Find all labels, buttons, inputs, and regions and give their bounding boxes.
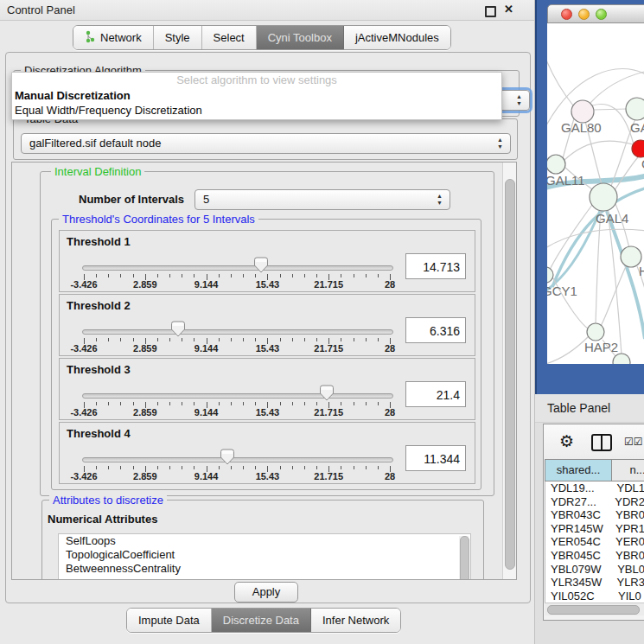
slider-thumb[interactable] <box>220 449 234 465</box>
tick-label: 15.43 <box>248 279 286 290</box>
tick-mark <box>219 338 220 341</box>
network-node-hap2[interactable] <box>587 323 604 341</box>
horizontal-scrollbar[interactable] <box>545 603 644 615</box>
network-edge[interactable] <box>601 265 627 326</box>
column-header-1[interactable]: shared... <box>545 459 612 481</box>
node-label: GAL80 <box>561 120 602 135</box>
attribute-list-item[interactable]: SelfLoops <box>59 534 470 548</box>
list-scrollbar[interactable] <box>459 536 469 580</box>
tick-mark <box>182 338 182 341</box>
algorithm-menu-item[interactable]: Manual Discretization <box>12 88 501 103</box>
scrollbar-thumb[interactable] <box>460 536 469 580</box>
cell-shared-name: YBR043C <box>545 508 610 522</box>
tab-network[interactable]: Network <box>73 26 154 49</box>
tick-mark <box>341 274 341 277</box>
table-row[interactable]: YBR043CYBR0 <box>545 508 644 522</box>
tab-impute-data[interactable]: Impute Data <box>127 609 212 632</box>
network-node-gal11[interactable] <box>547 155 565 174</box>
node-label: GA <box>630 120 644 135</box>
slider-thumb[interactable] <box>254 257 268 273</box>
scrollbar-thumb[interactable] <box>547 605 640 615</box>
zoom-traffic-light-icon[interactable] <box>596 9 607 20</box>
network-node-ga[interactable] <box>626 98 644 120</box>
cell-shared-name: YLR345W <box>545 576 611 590</box>
slider-track[interactable] <box>82 265 393 271</box>
tick-mark <box>255 338 256 341</box>
network-node-c[interactable] <box>632 140 644 157</box>
slider-track[interactable] <box>82 457 393 462</box>
network-edge[interactable] <box>594 109 627 110</box>
network-edge[interactable] <box>564 141 633 160</box>
tab-label: Discretize Data <box>223 614 299 627</box>
tick-mark <box>96 466 97 469</box>
algorithm-menu-item[interactable]: Equal Width/Frequency Discretization <box>12 103 501 118</box>
table-row[interactable]: YPR145WYPR1 <box>545 522 644 536</box>
interval-definition-group: Interval Definition Number of Intervals … <box>40 171 494 496</box>
slider-track[interactable] <box>82 329 393 335</box>
table-row[interactable]: YER054CYER0 <box>545 535 644 549</box>
table-row[interactable]: YDL19...YDL1 <box>545 481 644 495</box>
column-header-2[interactable]: n... <box>612 459 644 481</box>
network-node[interactable] <box>613 354 630 364</box>
checkboxes-icon[interactable]: ☑☑ <box>624 436 643 448</box>
minimize-traffic-light-icon[interactable] <box>578 9 590 20</box>
table-data-combo[interactable]: galFiltered.sif default node ▲▼ <box>21 133 511 154</box>
network-node-gal4[interactable] <box>590 183 617 211</box>
table-row[interactable]: YLR345WYLR3 <box>545 576 644 590</box>
table-row[interactable]: YBR045CYBR0 <box>545 549 644 563</box>
tab-label: Network <box>100 31 142 44</box>
cell-shared-name: YER054C <box>545 535 610 549</box>
tab-select[interactable]: Select <box>202 26 257 49</box>
tab-infer-network[interactable]: Infer Network <box>311 609 400 632</box>
slider-thumb[interactable] <box>171 321 185 337</box>
tab-jactivemnodules[interactable]: jActiveMNodules <box>344 26 450 49</box>
tab-cyni-toolbox[interactable]: Cyni Toolbox <box>257 26 344 49</box>
network-edge[interactable] <box>615 157 638 190</box>
threshold-value-field[interactable]: 6.316 <box>405 317 466 343</box>
float-window-icon[interactable] <box>485 6 496 17</box>
node-label: GAL11 <box>547 173 585 188</box>
network-edge[interactable] <box>547 229 644 248</box>
tick-mark <box>157 402 158 405</box>
tab-label: Select <box>214 31 245 44</box>
network-edge[interactable] <box>547 336 589 364</box>
threshold-label: Threshold 2 <box>67 299 131 312</box>
table-row[interactable]: YDR27...YDR2 <box>545 495 644 509</box>
table-panel-bar: Table Panel <box>535 394 644 423</box>
attribute-list-item[interactable]: BetweennessCentrality <box>59 562 470 576</box>
number-of-intervals-combo[interactable]: 5 ▲▼ <box>194 189 450 210</box>
tab-discretize-data[interactable]: Discretize Data <box>212 609 311 632</box>
vertical-scrollbar[interactable] <box>502 163 516 579</box>
apply-button[interactable]: Apply <box>234 582 298 603</box>
tick-label: -3.426 <box>65 471 103 481</box>
gear-icon[interactable]: ⚙ <box>559 431 574 451</box>
table-row[interactable]: YIL052CYIL0 <box>545 590 644 603</box>
threshold-value-field[interactable]: 14.713 <box>405 253 466 279</box>
network-node-gcy1[interactable] <box>547 267 553 283</box>
table-row[interactable]: YBL079WYBL0 <box>545 563 644 577</box>
numerical-attributes-list[interactable]: SelfLoopsTopologicalCoefficientBetweenne… <box>58 533 471 580</box>
scrollbar-thumb[interactable] <box>505 179 515 570</box>
close-traffic-light-icon[interactable] <box>561 9 572 20</box>
network-canvas[interactable]: GAL80GACGAL11GAL4GCY1HHAP2 <box>547 23 644 364</box>
network-edge[interactable] <box>596 211 601 323</box>
threshold-value-field[interactable]: 21.4 <box>405 381 466 407</box>
tick-mark <box>133 274 134 277</box>
tick-label: 2.859 <box>126 343 164 354</box>
tick-label: -3.426 <box>65 279 103 290</box>
tick-label: 2.859 <box>126 471 164 481</box>
close-icon[interactable]: ✕ <box>504 3 513 16</box>
network-edge[interactable] <box>547 58 573 105</box>
tick-mark <box>292 466 293 469</box>
network-edge[interactable] <box>549 205 592 271</box>
threshold-value-field[interactable]: 11.344 <box>405 445 466 471</box>
table-data-combo-value: galFiltered.sif default node <box>29 137 161 150</box>
tick-mark <box>157 338 158 341</box>
table-data-group: Table Data galFiltered.sif default node … <box>13 118 518 160</box>
slider-thumb[interactable] <box>320 385 334 401</box>
cell-name: YPR1 <box>610 522 644 536</box>
attribute-list-item[interactable]: TopologicalCoefficient <box>59 548 470 562</box>
slider-track[interactable] <box>82 393 393 399</box>
split-columns-icon[interactable] <box>591 434 612 451</box>
tab-style[interactable]: Style <box>154 26 202 49</box>
